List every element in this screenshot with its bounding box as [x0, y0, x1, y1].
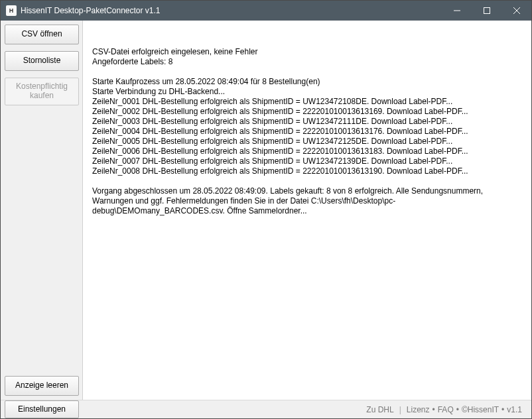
minimize-button[interactable] — [442, 1, 472, 21]
stornoliste-button[interactable]: Stornoliste — [5, 51, 79, 71]
log-line: ZeileNr_0004 DHL-Bestellung erfolgreich … — [92, 127, 525, 137]
app-icon: H — [6, 5, 17, 16]
sidebar: CSV öffnen Stornoliste Kostenpflichtig k… — [1, 21, 83, 400]
version-label: v1.1 — [507, 405, 522, 414]
close-icon — [513, 7, 520, 14]
log-line: Angeforderte Labels: 8 — [92, 57, 525, 67]
statusbar: Einstellungen Zu DHL | Lizenz • FAQ • ©H… — [1, 400, 531, 418]
window-title: HissenIT Desktop-PaketConnector v1.1 — [21, 6, 161, 15]
log-line: Starte Kaufprozess um 28.05.2022 08:49:0… — [92, 77, 525, 87]
to-dhl-link[interactable]: Zu DHL — [366, 405, 393, 414]
separator: | — [399, 405, 401, 414]
dot: • — [432, 405, 435, 414]
log-pane[interactable]: CSV-Datei erfolgreich eingelesen, keine … — [83, 21, 531, 400]
maximize-icon — [484, 7, 490, 14]
lizenz-link[interactable]: Lizenz — [407, 405, 430, 414]
log-summary: Vorgang abgeschlossen um 28.05.2022 08:4… — [92, 186, 525, 216]
close-button[interactable] — [501, 1, 531, 21]
log-line: ZeileNr_0007 DHL-Bestellung erfolgreich … — [92, 156, 525, 166]
maximize-button[interactable] — [472, 1, 501, 21]
buy-button: Kostenpflichtig kaufen — [5, 78, 79, 105]
log-line: ZeileNr_0003 DHL-Bestellung erfolgreich … — [92, 117, 525, 127]
dot: • — [456, 405, 459, 414]
log-line: ZeileNr_0002 DHL-Bestellung erfolgreich … — [92, 107, 525, 117]
log-line: ZeileNr_0006 DHL-Bestellung erfolgreich … — [92, 147, 525, 156]
copyright-link[interactable]: ©HissenIT — [462, 405, 499, 414]
svg-rect-1 — [484, 8, 490, 14]
csv-open-button[interactable]: CSV öffnen — [5, 25, 79, 44]
log-line: ZeileNr_0008 DHL-Bestellung erfolgreich … — [92, 166, 525, 176]
dot: • — [501, 405, 504, 414]
log-line: CSV-Datei erfolgreich eingelesen, keine … — [92, 47, 525, 57]
titlebar: H HissenIT Desktop-PaketConnector v1.1 — [1, 1, 531, 21]
log-line: ZeileNr_0005 DHL-Bestellung erfolgreich … — [92, 137, 525, 147]
log-line: Starte Verbindung zu DHL-Backend... — [92, 87, 525, 97]
minimize-icon — [454, 7, 460, 14]
faq-link[interactable]: FAQ — [438, 405, 454, 414]
log-line: ZeileNr_0001 DHL-Bestellung erfolgreich … — [92, 97, 525, 107]
settings-button[interactable]: Einstellungen — [5, 400, 79, 419]
clear-display-button[interactable]: Anzeige leeren — [5, 376, 79, 396]
